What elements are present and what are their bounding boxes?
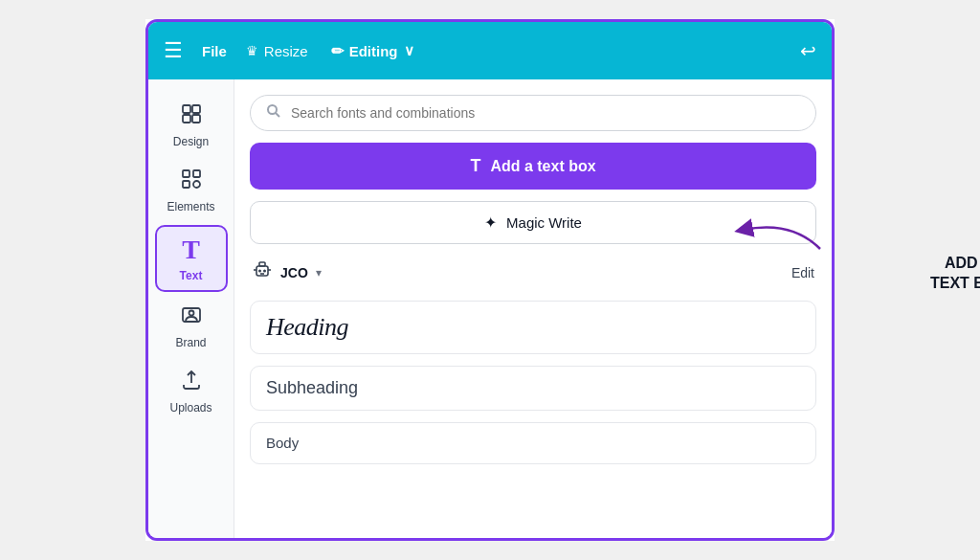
font-robot-icon	[252, 259, 273, 285]
sidebar-item-text[interactable]: T Text	[155, 225, 228, 292]
subheading-text: Subheading	[266, 378, 358, 397]
svg-rect-13	[259, 262, 265, 266]
svg-rect-1	[192, 105, 200, 113]
design-icon	[180, 102, 203, 131]
svg-point-14	[258, 270, 261, 273]
sidebar-item-brand[interactable]: Brand	[155, 296, 228, 357]
resize-button[interactable]: ♛ Resize	[246, 43, 308, 59]
topbar: ☰ File ♛ Resize ✏ Editing ∨ ↩	[148, 22, 832, 79]
svg-point-9	[189, 311, 193, 316]
editing-button[interactable]: ✏ Editing ∨	[331, 42, 414, 60]
add-textbox-label: Add a text box	[490, 158, 595, 175]
svg-point-15	[263, 270, 266, 273]
main-content: Design Elements T Text	[148, 79, 832, 538]
svg-point-10	[268, 105, 277, 114]
heading-style-item[interactable]: Heading	[250, 301, 816, 354]
resize-label: Resize	[264, 43, 308, 59]
sidebar-item-text-label: Text	[180, 269, 203, 282]
panel: T Add a text box ✦ Magic Write	[234, 79, 832, 538]
sidebar-item-uploads-label: Uploads	[169, 401, 212, 414]
uploads-icon	[180, 369, 203, 397]
svg-line-11	[276, 113, 279, 117]
svg-rect-0	[183, 105, 190, 113]
svg-rect-4	[183, 170, 189, 177]
magic-write-button[interactable]: ✦ Magic Write	[250, 201, 816, 244]
editing-label: Editing	[349, 43, 398, 59]
magic-write-label: Magic Write	[506, 214, 582, 231]
callout-annotation: ADD A TEXT BOX	[930, 254, 980, 294]
font-combo-row: JCO ▾ Edit	[250, 256, 816, 289]
body-style-item[interactable]: Body	[250, 422, 816, 464]
text-icon: T	[182, 235, 200, 265]
file-menu[interactable]: File	[202, 43, 227, 59]
callout-arrow-svg	[772, 211, 945, 287]
sidebar-item-elements[interactable]: Elements	[155, 160, 228, 221]
crown-icon: ♛	[246, 43, 258, 58]
svg-rect-2	[183, 115, 190, 123]
svg-rect-5	[193, 170, 200, 177]
search-input[interactable]	[291, 105, 800, 121]
sidebar: Design Elements T Text	[148, 79, 234, 538]
svg-rect-3	[192, 115, 200, 123]
sidebar-item-brand-label: Brand	[175, 336, 206, 349]
body-text: Body	[266, 435, 299, 451]
brand-icon	[180, 303, 203, 332]
undo-button[interactable]: ↩	[800, 39, 816, 62]
callout-line1: ADD A	[930, 254, 980, 274]
font-name: JCO	[280, 265, 308, 280]
svg-rect-6	[183, 181, 189, 188]
font-combo-selector[interactable]: JCO ▾	[252, 259, 322, 285]
sidebar-item-elements-label: Elements	[167, 200, 214, 213]
pencil-icon: ✏	[331, 42, 344, 60]
svg-point-7	[193, 181, 200, 188]
menu-icon[interactable]: ☰	[164, 38, 183, 63]
subheading-style-item[interactable]: Subheading	[250, 366, 816, 411]
sidebar-item-design-label: Design	[173, 135, 209, 148]
callout-line2: TEXT BOX	[930, 274, 980, 294]
textbox-t-icon: T	[470, 156, 480, 176]
sidebar-item-design[interactable]: Design	[155, 95, 228, 156]
elements-icon	[180, 168, 203, 196]
heading-text: Heading	[266, 313, 348, 341]
add-textbox-button[interactable]: T Add a text box	[250, 143, 816, 190]
search-icon	[266, 103, 281, 123]
chevron-down-icon: ∨	[404, 42, 414, 59]
font-chevron-icon: ▾	[316, 266, 322, 280]
search-bar[interactable]	[250, 95, 816, 131]
magic-icon: ✦	[484, 213, 497, 232]
sidebar-item-uploads[interactable]: Uploads	[155, 361, 228, 422]
